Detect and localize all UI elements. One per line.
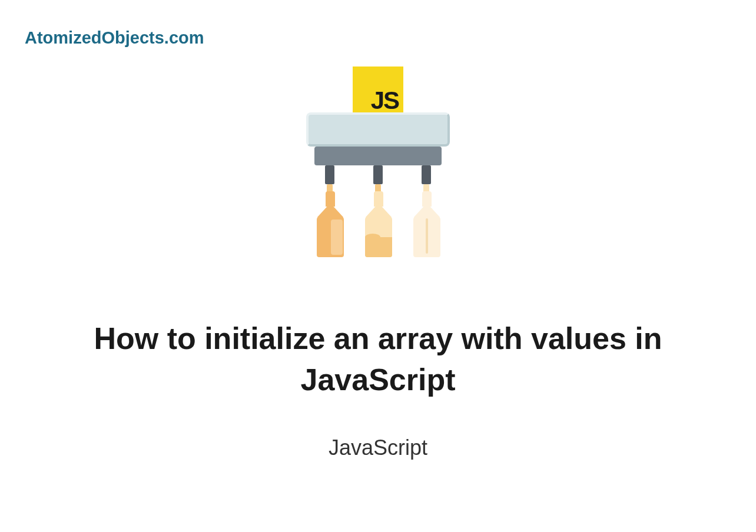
machine-top-icon — [306, 112, 450, 147]
bottles-group-icon — [290, 191, 466, 262]
article-category[interactable]: JavaScript — [329, 435, 427, 460]
javascript-logo-text: JS — [371, 87, 399, 115]
bottle-full-icon — [313, 191, 347, 257]
nozzle-icon — [422, 165, 431, 184]
bottle-half-icon — [362, 191, 396, 257]
article-title: How to initialize an array with values i… — [84, 318, 672, 400]
javascript-logo-icon: JS — [353, 66, 403, 117]
nozzle-group-icon — [290, 165, 466, 195]
hero-illustration: JS — [290, 66, 466, 255]
nozzle-icon — [325, 165, 334, 184]
site-brand[interactable]: AtomizedObjects.com — [25, 28, 204, 48]
bottle-empty-icon — [410, 191, 444, 257]
machine-base-icon — [314, 147, 442, 165]
nozzle-icon — [373, 165, 383, 184]
